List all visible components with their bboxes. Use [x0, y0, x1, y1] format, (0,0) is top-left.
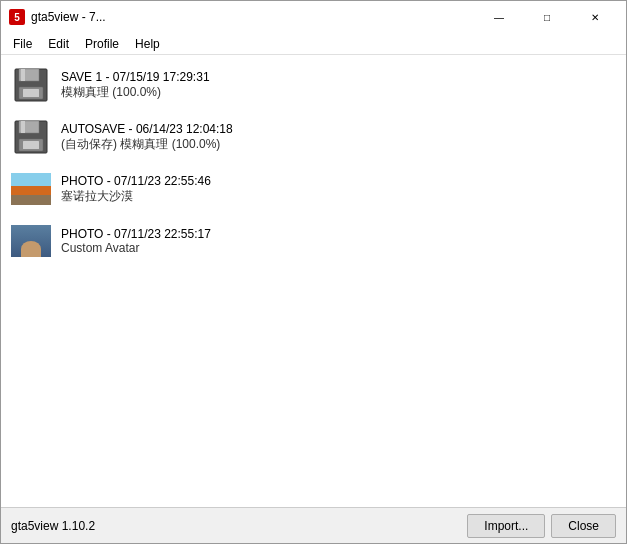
action-buttons: Import... Close [467, 514, 616, 538]
list-item-title: AUTOSAVE - 06/14/23 12:04:18 [61, 122, 233, 136]
list-item-text: SAVE 1 - 07/15/19 17:29:31 模糊真理 (100.0%) [61, 70, 210, 101]
list-item[interactable]: SAVE 1 - 07/15/19 17:29:31 模糊真理 (100.0%) [1, 59, 626, 111]
list-item[interactable]: PHOTO - 07/11/23 22:55:46 塞诺拉大沙漠 [1, 163, 626, 215]
window-title: gta5view - 7... [31, 10, 476, 24]
svg-rect-4 [23, 89, 39, 97]
close-window-button[interactable]: ✕ [572, 2, 618, 32]
menu-profile[interactable]: Profile [77, 35, 127, 53]
list-item-subtitle: 塞诺拉大沙漠 [61, 188, 211, 205]
list-item-subtitle: Custom Avatar [61, 241, 211, 255]
list-item-text: AUTOSAVE - 06/14/23 12:04:18 (自动保存) 模糊真理… [61, 122, 233, 153]
list-item-text: PHOTO - 07/11/23 22:55:46 塞诺拉大沙漠 [61, 174, 211, 205]
menu-file[interactable]: File [5, 35, 40, 53]
list-item-subtitle: 模糊真理 (100.0%) [61, 84, 210, 101]
svg-rect-2 [21, 69, 25, 81]
list-item[interactable]: AUTOSAVE - 06/14/23 12:04:18 (自动保存) 模糊真理… [1, 111, 626, 163]
title-bar: 5 gta5view - 7... — □ ✕ [1, 1, 626, 33]
app-icon: 5 [9, 9, 25, 25]
menu-help[interactable]: Help [127, 35, 168, 53]
list-item-text: PHOTO - 07/11/23 22:55:17 Custom Avatar [61, 227, 211, 255]
window-controls: — □ ✕ [476, 2, 618, 32]
list-item-subtitle: (自动保存) 模糊真理 (100.0%) [61, 136, 233, 153]
photo-thumbnail-1 [11, 169, 51, 209]
list-item-title: SAVE 1 - 07/15/19 17:29:31 [61, 70, 210, 84]
photo-thumbnail-2 [11, 221, 51, 261]
save-icon-2 [11, 117, 51, 157]
list-item[interactable]: PHOTO - 07/11/23 22:55:17 Custom Avatar [1, 215, 626, 267]
status-bar: gta5view 1.10.2 Import... Close [1, 507, 626, 543]
main-window: 5 gta5view - 7... — □ ✕ File Edit Profil… [0, 0, 627, 544]
import-button[interactable]: Import... [467, 514, 545, 538]
minimize-button[interactable]: — [476, 2, 522, 32]
list-item-title: PHOTO - 07/11/23 22:55:46 [61, 174, 211, 188]
version-label: gta5view 1.10.2 [11, 519, 95, 533]
saves-list: SAVE 1 - 07/15/19 17:29:31 模糊真理 (100.0%)… [1, 55, 626, 507]
menu-edit[interactable]: Edit [40, 35, 77, 53]
svg-rect-7 [21, 121, 25, 133]
save-icon-1 [11, 65, 51, 105]
svg-rect-9 [23, 141, 39, 149]
close-button[interactable]: Close [551, 514, 616, 538]
list-item-title: PHOTO - 07/11/23 22:55:17 [61, 227, 211, 241]
menu-bar: File Edit Profile Help [1, 33, 626, 55]
maximize-button[interactable]: □ [524, 2, 570, 32]
